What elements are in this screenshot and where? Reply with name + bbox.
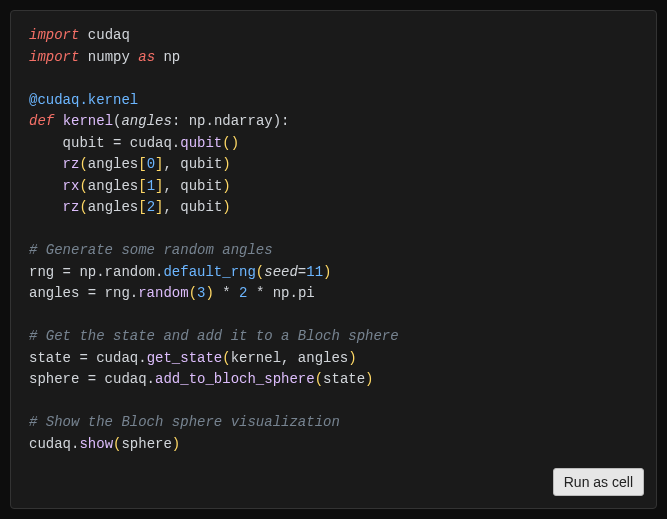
code-block: import cudaq import numpy as np @cudaq.k… [29,25,638,455]
assign-angles: angles = rng. [29,285,138,301]
kw-import: import [29,27,79,43]
paren: ) [348,350,356,366]
run-as-cell-button[interactable]: Run as cell [553,468,644,496]
seed-val: 11 [306,264,323,280]
anno-ndarray: np.ndarray [189,113,273,129]
assign-rng: rng = np.random. [29,264,163,280]
fn-rz: rz [63,156,80,172]
bracket: [ [138,199,146,215]
param-angles: angles [121,113,171,129]
fn-random: random [138,285,188,301]
comment: # Show the Bloch sphere visualization [29,414,340,430]
comma: , [163,156,180,172]
paren: ( [189,285,197,301]
assign-sphere: sphere = cudaq. [29,371,155,387]
kw-import: import [29,49,79,65]
idx-0: 0 [147,156,155,172]
idx-2: 2 [147,199,155,215]
var-qubit: qubit [63,135,105,151]
mod-cudaq: cudaq. [29,436,79,452]
bracket: [ [138,156,146,172]
paren: ( [315,371,323,387]
paren: () [222,135,239,151]
arr-angles: angles [88,178,138,194]
paren: ( [79,178,87,194]
arg-qubit: qubit [180,178,222,194]
eq: = [105,135,130,151]
assign-state: state = cudaq. [29,350,147,366]
idx-1: 1 [147,178,155,194]
paren: ( [79,156,87,172]
bracket: [ [138,178,146,194]
arr-angles: angles [88,199,138,215]
paren: ( [79,199,87,215]
comma: , [163,199,180,215]
paren: ( [222,350,230,366]
fn-rx: rx [63,178,80,194]
arg-state: state [323,371,365,387]
fn-qubit: qubit [180,135,222,151]
arr-angles: angles [88,156,138,172]
mod-cudaq: cudaq. [130,135,180,151]
args-state: kernel, angles [231,350,349,366]
mod-cudaq: cudaq [88,27,130,43]
eq: = [298,264,306,280]
paren: ) [222,199,230,215]
fn-rz: rz [63,199,80,215]
paren: ) [172,436,180,452]
colon: : [172,113,189,129]
fn-name-kernel: kernel [63,113,113,129]
arg-qubit: qubit [180,156,222,172]
paren: ( [256,264,264,280]
code-panel: import cudaq import numpy as np @cudaq.k… [10,10,657,509]
paren: ): [273,113,290,129]
kw-seed: seed [264,264,298,280]
kw-def: def [29,113,54,129]
paren: ) [323,264,331,280]
comment: # Get the state and add it to a Bloch sp… [29,328,399,344]
fn-default-rng: default_rng [163,264,255,280]
paren: ) [205,285,213,301]
arg-sphere: sphere [121,436,171,452]
decorator: @cudaq.kernel [29,92,138,108]
fn-get-state: get_state [147,350,223,366]
mod-numpy: numpy [88,49,130,65]
paren: ) [222,178,230,194]
alias-np: np [163,49,180,65]
arg-qubit: qubit [180,199,222,215]
kw-as: as [138,49,155,65]
fn-add-bloch: add_to_bloch_sphere [155,371,315,387]
page-root: import cudaq import numpy as np @cudaq.k… [0,0,667,519]
op-mul: * [214,285,239,301]
fn-show: show [79,436,113,452]
comment: # Generate some random angles [29,242,273,258]
comma: , [163,178,180,194]
paren: ) [365,371,373,387]
np-pi: * np.pi [247,285,314,301]
paren: ) [222,156,230,172]
